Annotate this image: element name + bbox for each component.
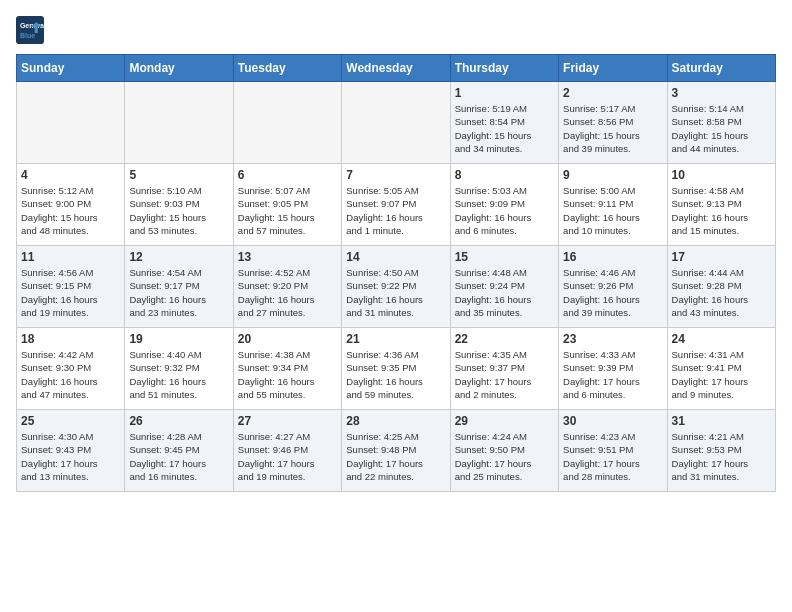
calendar-cell <box>233 82 341 164</box>
calendar-cell: 1Sunrise: 5:19 AM Sunset: 8:54 PM Daylig… <box>450 82 558 164</box>
day-info: Sunrise: 4:36 AM Sunset: 9:35 PM Dayligh… <box>346 348 445 401</box>
day-info: Sunrise: 4:44 AM Sunset: 9:28 PM Dayligh… <box>672 266 771 319</box>
day-number: 28 <box>346 414 445 428</box>
calendar-cell: 8Sunrise: 5:03 AM Sunset: 9:09 PM Daylig… <box>450 164 558 246</box>
calendar-cell: 12Sunrise: 4:54 AM Sunset: 9:17 PM Dayli… <box>125 246 233 328</box>
day-info: Sunrise: 4:21 AM Sunset: 9:53 PM Dayligh… <box>672 430 771 483</box>
calendar-cell: 16Sunrise: 4:46 AM Sunset: 9:26 PM Dayli… <box>559 246 667 328</box>
day-number: 15 <box>455 250 554 264</box>
day-info: Sunrise: 5:03 AM Sunset: 9:09 PM Dayligh… <box>455 184 554 237</box>
day-info: Sunrise: 4:35 AM Sunset: 9:37 PM Dayligh… <box>455 348 554 401</box>
calendar-cell: 4Sunrise: 5:12 AM Sunset: 9:00 PM Daylig… <box>17 164 125 246</box>
calendar-cell: 13Sunrise: 4:52 AM Sunset: 9:20 PM Dayli… <box>233 246 341 328</box>
calendar-cell: 3Sunrise: 5:14 AM Sunset: 8:58 PM Daylig… <box>667 82 775 164</box>
day-info: Sunrise: 4:24 AM Sunset: 9:50 PM Dayligh… <box>455 430 554 483</box>
day-number: 24 <box>672 332 771 346</box>
calendar-cell: 6Sunrise: 5:07 AM Sunset: 9:05 PM Daylig… <box>233 164 341 246</box>
svg-rect-0 <box>16 16 44 44</box>
day-info: Sunrise: 4:54 AM Sunset: 9:17 PM Dayligh… <box>129 266 228 319</box>
header-row: SundayMondayTuesdayWednesdayThursdayFrid… <box>17 55 776 82</box>
calendar-cell: 9Sunrise: 5:00 AM Sunset: 9:11 PM Daylig… <box>559 164 667 246</box>
day-info: Sunrise: 4:50 AM Sunset: 9:22 PM Dayligh… <box>346 266 445 319</box>
day-number: 10 <box>672 168 771 182</box>
day-header-saturday: Saturday <box>667 55 775 82</box>
week-row-1: 1Sunrise: 5:19 AM Sunset: 8:54 PM Daylig… <box>17 82 776 164</box>
day-info: Sunrise: 4:30 AM Sunset: 9:43 PM Dayligh… <box>21 430 120 483</box>
day-info: Sunrise: 4:38 AM Sunset: 9:34 PM Dayligh… <box>238 348 337 401</box>
week-row-5: 25Sunrise: 4:30 AM Sunset: 9:43 PM Dayli… <box>17 410 776 492</box>
day-info: Sunrise: 4:46 AM Sunset: 9:26 PM Dayligh… <box>563 266 662 319</box>
day-number: 17 <box>672 250 771 264</box>
day-number: 13 <box>238 250 337 264</box>
day-number: 16 <box>563 250 662 264</box>
calendar-cell: 14Sunrise: 4:50 AM Sunset: 9:22 PM Dayli… <box>342 246 450 328</box>
week-row-3: 11Sunrise: 4:56 AM Sunset: 9:15 PM Dayli… <box>17 246 776 328</box>
day-info: Sunrise: 4:58 AM Sunset: 9:13 PM Dayligh… <box>672 184 771 237</box>
calendar-cell: 15Sunrise: 4:48 AM Sunset: 9:24 PM Dayli… <box>450 246 558 328</box>
calendar-cell: 21Sunrise: 4:36 AM Sunset: 9:35 PM Dayli… <box>342 328 450 410</box>
logo-icon: General Blue <box>16 16 44 44</box>
day-header-tuesday: Tuesday <box>233 55 341 82</box>
day-number: 20 <box>238 332 337 346</box>
day-number: 9 <box>563 168 662 182</box>
calendar-cell: 26Sunrise: 4:28 AM Sunset: 9:45 PM Dayli… <box>125 410 233 492</box>
day-number: 8 <box>455 168 554 182</box>
calendar-cell: 2Sunrise: 5:17 AM Sunset: 8:56 PM Daylig… <box>559 82 667 164</box>
day-info: Sunrise: 4:52 AM Sunset: 9:20 PM Dayligh… <box>238 266 337 319</box>
day-info: Sunrise: 5:14 AM Sunset: 8:58 PM Dayligh… <box>672 102 771 155</box>
calendar-cell: 27Sunrise: 4:27 AM Sunset: 9:46 PM Dayli… <box>233 410 341 492</box>
calendar-cell: 5Sunrise: 5:10 AM Sunset: 9:03 PM Daylig… <box>125 164 233 246</box>
day-number: 3 <box>672 86 771 100</box>
day-number: 2 <box>563 86 662 100</box>
day-info: Sunrise: 5:17 AM Sunset: 8:56 PM Dayligh… <box>563 102 662 155</box>
header: General Blue <box>16 16 776 44</box>
calendar-cell: 11Sunrise: 4:56 AM Sunset: 9:15 PM Dayli… <box>17 246 125 328</box>
calendar-cell: 22Sunrise: 4:35 AM Sunset: 9:37 PM Dayli… <box>450 328 558 410</box>
day-info: Sunrise: 5:19 AM Sunset: 8:54 PM Dayligh… <box>455 102 554 155</box>
calendar-cell: 28Sunrise: 4:25 AM Sunset: 9:48 PM Dayli… <box>342 410 450 492</box>
week-row-4: 18Sunrise: 4:42 AM Sunset: 9:30 PM Dayli… <box>17 328 776 410</box>
calendar-cell: 17Sunrise: 4:44 AM Sunset: 9:28 PM Dayli… <box>667 246 775 328</box>
day-info: Sunrise: 4:56 AM Sunset: 9:15 PM Dayligh… <box>21 266 120 319</box>
calendar-cell: 7Sunrise: 5:05 AM Sunset: 9:07 PM Daylig… <box>342 164 450 246</box>
day-info: Sunrise: 4:27 AM Sunset: 9:46 PM Dayligh… <box>238 430 337 483</box>
day-info: Sunrise: 4:33 AM Sunset: 9:39 PM Dayligh… <box>563 348 662 401</box>
calendar-cell: 20Sunrise: 4:38 AM Sunset: 9:34 PM Dayli… <box>233 328 341 410</box>
day-header-friday: Friday <box>559 55 667 82</box>
day-number: 12 <box>129 250 228 264</box>
day-number: 18 <box>21 332 120 346</box>
day-number: 6 <box>238 168 337 182</box>
day-number: 27 <box>238 414 337 428</box>
day-number: 22 <box>455 332 554 346</box>
calendar-table: SundayMondayTuesdayWednesdayThursdayFrid… <box>16 54 776 492</box>
calendar-cell <box>125 82 233 164</box>
calendar-cell: 25Sunrise: 4:30 AM Sunset: 9:43 PM Dayli… <box>17 410 125 492</box>
calendar-cell <box>342 82 450 164</box>
day-header-thursday: Thursday <box>450 55 558 82</box>
calendar-cell: 18Sunrise: 4:42 AM Sunset: 9:30 PM Dayli… <box>17 328 125 410</box>
day-header-wednesday: Wednesday <box>342 55 450 82</box>
calendar-cell: 24Sunrise: 4:31 AM Sunset: 9:41 PM Dayli… <box>667 328 775 410</box>
day-number: 23 <box>563 332 662 346</box>
day-info: Sunrise: 5:07 AM Sunset: 9:05 PM Dayligh… <box>238 184 337 237</box>
day-number: 11 <box>21 250 120 264</box>
day-info: Sunrise: 4:31 AM Sunset: 9:41 PM Dayligh… <box>672 348 771 401</box>
week-row-2: 4Sunrise: 5:12 AM Sunset: 9:00 PM Daylig… <box>17 164 776 246</box>
day-info: Sunrise: 4:42 AM Sunset: 9:30 PM Dayligh… <box>21 348 120 401</box>
day-number: 25 <box>21 414 120 428</box>
calendar-cell <box>17 82 125 164</box>
day-number: 5 <box>129 168 228 182</box>
day-number: 4 <box>21 168 120 182</box>
day-info: Sunrise: 4:28 AM Sunset: 9:45 PM Dayligh… <box>129 430 228 483</box>
day-number: 7 <box>346 168 445 182</box>
day-info: Sunrise: 5:12 AM Sunset: 9:00 PM Dayligh… <box>21 184 120 237</box>
day-info: Sunrise: 5:10 AM Sunset: 9:03 PM Dayligh… <box>129 184 228 237</box>
day-info: Sunrise: 5:00 AM Sunset: 9:11 PM Dayligh… <box>563 184 662 237</box>
day-info: Sunrise: 5:05 AM Sunset: 9:07 PM Dayligh… <box>346 184 445 237</box>
day-header-sunday: Sunday <box>17 55 125 82</box>
day-number: 1 <box>455 86 554 100</box>
svg-text:Blue: Blue <box>20 32 35 39</box>
calendar-cell: 19Sunrise: 4:40 AM Sunset: 9:32 PM Dayli… <box>125 328 233 410</box>
calendar-cell: 30Sunrise: 4:23 AM Sunset: 9:51 PM Dayli… <box>559 410 667 492</box>
day-info: Sunrise: 4:48 AM Sunset: 9:24 PM Dayligh… <box>455 266 554 319</box>
